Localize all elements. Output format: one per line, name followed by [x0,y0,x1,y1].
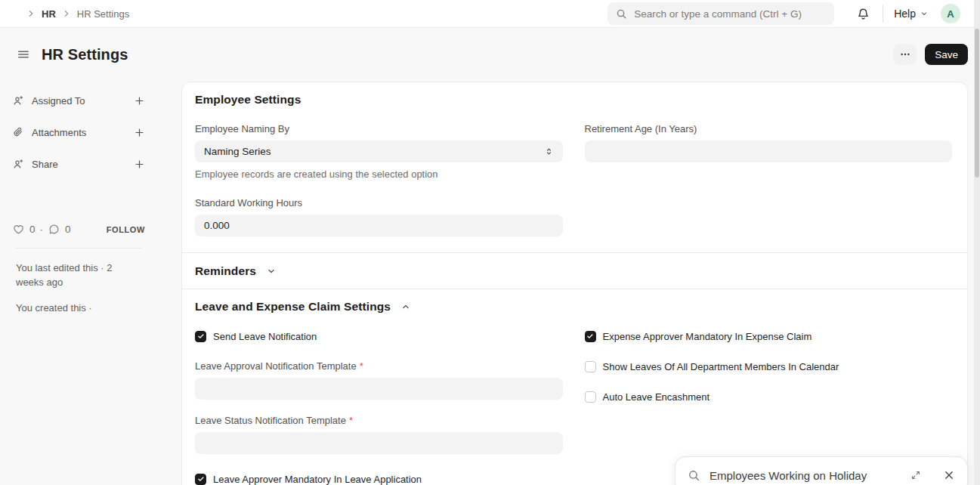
save-button[interactable]: Save [925,44,968,65]
search-icon [616,8,627,20]
field-label: Standard Working Hours [195,197,563,209]
leave-status-template-input[interactable] [195,432,563,454]
ellipsis-icon [899,48,911,60]
created-text[interactable]: You created this · [16,302,92,314]
share-user-icon [12,158,24,170]
retirement-age-input[interactable] [585,141,953,162]
sidebar-item-assigned-to: Assigned To [12,94,145,107]
global-search-input[interactable] [634,8,826,20]
page-actions: Save [893,44,968,65]
chevron-right-icon [61,8,72,19]
checkbox-box[interactable] [195,331,206,342]
checkbox-box[interactable] [585,361,596,372]
field-label: Employee Naming By [195,123,563,134]
sidebar-item-label: Share [32,159,58,170]
close-icon[interactable] [943,469,955,481]
global-search-box[interactable] [607,2,834,25]
breadcrumb-item-hr-settings[interactable]: HR Settings [77,8,129,20]
standard-working-hours-input[interactable]: 0.000 [195,215,563,236]
floating-search-widget[interactable]: Employees Working on Holiday [675,456,968,485]
section-employee-settings: Employee Settings Employee Naming By Nam… [182,82,967,252]
sidebar-item-attachments: Attachments [12,125,145,139]
avatar-initial: A [947,8,954,20]
checkbox-expense-approver-mandatory[interactable]: Expense Approver Mandatory In Expense Cl… [585,330,953,342]
follow-button[interactable]: FOLLOW [107,225,145,234]
field-leave-status-template: Leave Status Notification Template * [195,415,563,454]
sidebar-toggle-icon[interactable] [17,48,30,61]
select-value: Naming Series [204,146,271,157]
page-title: HR Settings [42,46,128,63]
more-options-button[interactable] [893,44,917,65]
comments-count: 0 [65,224,71,235]
checkbox-label: Send Leave Notification [213,331,317,342]
chevron-right-icon [26,8,36,19]
checkbox-leave-approver-mandatory[interactable]: Leave Approver Mandatory In Leave Applic… [195,473,563,485]
add-assignment-button[interactable] [134,95,145,107]
chevron-down-icon[interactable] [266,266,277,276]
avatar[interactable]: A [941,4,960,23]
checkbox-label: Auto Leave Encashment [603,391,710,403]
checkbox-box[interactable] [585,331,596,342]
checkbox-show-leaves-calendar[interactable]: Show Leaves Of All Department Members In… [585,360,953,372]
help-menu[interactable]: Help [894,8,929,20]
likes-row: 0 · 0 FOLLOW [12,223,145,236]
sidebar-item-label: Assigned To [32,95,85,107]
comment-icon[interactable] [48,223,60,236]
expand-icon[interactable] [910,470,921,480]
section-leave-expense-settings: Leave and Expense Claim Settings Send Le… [182,289,967,485]
select-updown-icon [544,147,554,156]
checkbox-label: Show Leaves Of All Department Members In… [603,361,839,372]
field-label: Retirement Age (In Years) [585,123,953,134]
breadcrumb: HR HR Settings [26,8,129,20]
sidebar-item-label: Attachments [32,127,86,138]
add-attachment-button[interactable] [134,127,145,138]
field-retirement-age: Retirement Age (In Years) [585,123,953,162]
sidebar-divider [16,248,141,249]
field-standard-working-hours: Standard Working Hours 0.000 [195,197,563,236]
page-scrollbar[interactable] [974,0,980,485]
leave-approval-template-input[interactable] [195,378,563,400]
field-label: Leave Approval Notification Template * [195,360,563,372]
field-employee-naming-by: Employee Naming By Naming Series Employe… [195,123,563,180]
breadcrumb-item-hr[interactable]: HR [42,8,56,20]
scrollbar-thumb[interactable] [975,29,979,178]
search-icon [688,469,700,482]
navbar: HR HR Settings Help [0,0,974,28]
section-reminders[interactable]: Reminders [182,252,967,289]
share-button[interactable] [134,159,145,170]
checkbox-box[interactable] [195,474,206,485]
section-title: Reminders [195,264,256,278]
chevron-down-icon [920,9,929,18]
checkbox-auto-leave-encashment[interactable]: Auto Leave Encashment [585,391,953,403]
sidebar-item-share: Share [12,157,145,171]
checkbox-label: Expense Approver Mandatory In Expense Cl… [603,331,812,342]
heart-icon[interactable] [12,223,25,236]
chevron-up-icon[interactable] [400,301,411,312]
search-widget-query[interactable]: Employees Working on Holiday [709,469,901,482]
required-marker: * [360,360,363,372]
checkbox-label: Leave Approver Mandatory In Leave Applic… [213,474,422,485]
help-menu-label: Help [894,8,916,20]
likes-count: 0 [29,224,36,235]
form-card: Employee Settings Employee Naming By Nam… [181,82,968,485]
form-sidebar: Assigned To Attachments Share [12,94,145,456]
required-marker: * [349,415,353,426]
checkbox-box[interactable] [585,391,596,403]
last-edited-text[interactable]: You last edited this · 2 weeks ago [16,261,131,289]
section-title: Leave and Expense Claim Settings [195,300,391,314]
checkbox-send-leave-notification[interactable]: Send Leave Notification [195,330,563,342]
notifications-bell-icon[interactable] [857,8,870,20]
page-header: HR Settings Save [17,42,968,66]
employee-naming-by-select[interactable]: Naming Series [195,141,563,162]
navbar-divider [883,5,883,23]
paperclip-icon [12,126,24,138]
field-help-text: Employee records are created using the s… [195,168,563,180]
user-plus-icon [12,94,24,107]
field-label: Leave Status Notification Template * [195,415,563,426]
section-title: Employee Settings [195,93,301,107]
navbar-right: Help A [607,2,960,25]
count-separator: · [40,224,44,235]
hr-settings-screen: HR HR Settings Help [0,0,980,485]
field-leave-approval-template: Leave Approval Notification Template * [195,360,563,400]
